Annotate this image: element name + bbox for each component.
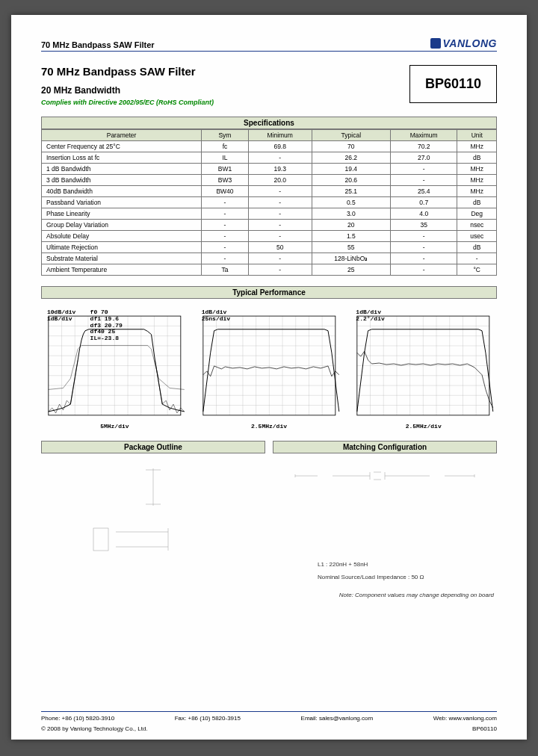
matching-heading: Matching Configuration [273,441,497,453]
table-row: 1 dB BandwidthBW119.319.4-MHz [42,164,497,175]
chart-phase: 1dB/div 2.2°/div 2.5MHz/div [350,308,497,420]
specs-table: ParameterSymMinimumTypicalMaximumUnit Ce… [41,129,497,276]
value-cell: dB [457,242,497,253]
table-row: Absolute Delay--1.5-usec [42,231,497,242]
table-row: Insertion Loss at fcIL-26.227.0dB [42,152,497,164]
value-cell: - [391,253,457,264]
part-number-box: BP60110 [409,65,497,103]
value-cell: 19.4 [312,164,390,175]
value-cell: 0.7 [391,197,457,208]
main-title: 70 MHz Bandpass SAW Filter [41,65,214,78]
value-cell: nsec [457,220,497,231]
value-cell: - [248,197,312,208]
svg-rect-72 [93,528,108,551]
value-cell: 25.1 [312,186,390,197]
value-cell: 0.5 [312,197,390,208]
value-cell: MHz [457,175,497,186]
value-cell: Deg [457,208,497,220]
chart-delay: 1dB/div 25ns/div 2.5MHz/div [196,308,343,420]
value-cell: 128-LiNbO₃ [312,253,390,264]
page-header: 70 MHz Bandpass SAW Filter VANLONG [41,37,497,52]
value-cell: BW3 [202,175,249,186]
footer-email: Email: sales@vanlong.com [301,715,374,722]
title-block: 70 MHz Bandpass SAW Filter 20 MHz Bandwi… [41,65,497,106]
value-cell: MHz [457,186,497,197]
specs-heading: Specifications [41,117,497,129]
footer-phone: Phone: +86 (10) 5820-3910 [41,715,114,722]
param-cell: 1 dB Bandwidth [42,164,202,175]
value-cell: 55 [312,242,390,253]
l1-value: L1 : 220nH + 58nH [318,561,424,568]
table-row: 3 dB BandwidthBW320.020.6-MHz [42,175,497,186]
chart1-xlabel: 5MHz/div [41,423,188,430]
logo-icon [430,38,441,49]
param-cell: 40dB Bandwidth [42,186,202,197]
value-cell: usec [457,231,497,242]
value-cell: 20.0 [248,175,312,186]
value-cell: 4.0 [391,208,457,220]
value-cell: MHz [457,141,497,152]
chart3-svg [350,308,497,420]
matching-note: Note: Component values may change depend… [339,592,494,598]
value-cell: 25.4 [391,186,457,197]
table-row: Center Frequency at 25°Cfc69.87070.2MHz [42,141,497,152]
brand-text: VANLONG [443,37,497,49]
impedance-value: Nominal Source/Load Impedance : 50 Ω [318,574,424,580]
specs-col-header: Minimum [248,130,312,141]
matching-diagram: L1 : 220nH + 58nH Nominal Source/Load Im… [273,453,497,603]
value-cell: - [391,242,457,253]
value-cell: - [391,264,457,276]
value-cell: - [248,152,312,164]
value-cell: BW40 [202,186,249,197]
footer-part: BP60110 [472,725,497,732]
specs-col-header: Sym [202,130,249,141]
value-cell: 35 [391,220,457,231]
param-cell: Ultimate Rejection [42,242,202,253]
specs-col-header: Typical [312,130,390,141]
value-cell: - [248,253,312,264]
footer-fax: Fax: +86 (10) 5820-3915 [175,715,241,722]
value-cell: - [202,220,249,231]
footer-web: Web: www.vanlong.com [433,715,497,722]
chart1-labels: 10dB/div f0 70 1dB/div df1 19.6 df3 20.7… [47,309,123,342]
title-left: 70 MHz Bandpass SAW Filter 20 MHz Bandwi… [41,65,214,106]
compliance-text: Complies with Directive 2002/95/EC (RoHS… [41,99,214,106]
value-cell: - [248,231,312,242]
footer-copyright: © 2008 by Vanlong Technology Co., Ltd. [41,725,148,732]
value-cell: BW1 [202,164,249,175]
value-cell: 50 [248,242,312,253]
matching-values: L1 : 220nH + 58nH Nominal Source/Load Im… [318,561,424,580]
param-cell: Ambient Temperature [42,264,202,276]
param-cell: Absolute Delay [42,231,202,242]
table-row: 40dB BandwidthBW40-25.125.4MHz [42,186,497,197]
value-cell: 25 [312,264,390,276]
chart3-labels: 1dB/div 2.2°/div [356,309,384,323]
chart2-labels: 1dB/div 25ns/div [202,309,230,323]
chart2-svg [196,308,343,420]
param-cell: Insertion Loss at fc [42,152,202,164]
value-cell: 70 [312,141,390,152]
subtitle: 20 MHz Bandwidth [41,85,214,96]
value-cell: 70.2 [391,141,457,152]
header-title: 70 MHz Bandpass SAW Filter [41,40,155,49]
value-cell: - [248,220,312,231]
value-cell: - [202,231,249,242]
chart-wideband: 10dB/div f0 70 1dB/div df1 19.6 df3 20.7… [41,308,188,420]
value-cell: °C [457,264,497,276]
value-cell: IL [202,152,249,164]
bottom-row: Package Outline Matching Configuration [41,430,497,603]
table-row: Group Delay Variation--2035nsec [42,220,497,231]
value-cell: dB [457,197,497,208]
param-cell: 3 dB Bandwidth [42,175,202,186]
package-heading: Package Outline [41,441,265,453]
value-cell: - [202,242,249,253]
value-cell: - [248,208,312,220]
value-cell: - [202,197,249,208]
param-cell: Substrate Material [42,253,202,264]
value-cell: 69.8 [248,141,312,152]
chart3-xlabel: 2.5MHz/div [350,423,497,430]
value-cell: 27.0 [391,152,457,164]
footer-copyright-row: © 2008 by Vanlong Technology Co., Ltd. B… [41,725,497,732]
value-cell: - [391,164,457,175]
table-row: Ultimate Rejection-5055-dB [42,242,497,253]
